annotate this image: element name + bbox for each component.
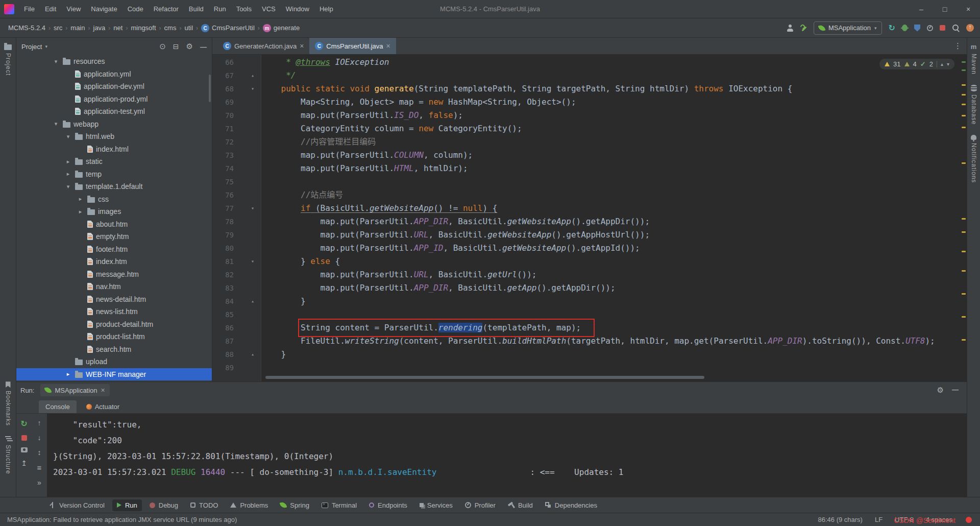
tree-item[interactable]: index.html (16, 143, 212, 156)
tool-button-version-control[interactable]: Version Control (45, 499, 109, 511)
menu-refactor[interactable]: Refactor (149, 3, 183, 15)
tool-button-problems[interactable]: Problems (226, 499, 273, 511)
more-icon[interactable] (37, 479, 41, 487)
breadcrumb-item[interactable]: generate (261, 23, 302, 33)
project-view-selector[interactable]: Project ▾ (21, 43, 47, 51)
stop-red-icon[interactable] (21, 435, 27, 441)
console-output[interactable]: "result":true, "code":200}(String), 2023… (47, 414, 967, 497)
rerun-icon[interactable] (889, 23, 895, 33)
tab-close-icon[interactable] (300, 42, 304, 50)
tree-item[interactable]: ▸images (16, 205, 212, 218)
code-editor[interactable]: 66 * @throws IOException67▴ */68▾ public… (212, 55, 967, 381)
tool-button-build[interactable]: Build (503, 499, 537, 511)
error-stripe[interactable] (961, 55, 967, 381)
tree-item[interactable]: news-detail.htm (16, 293, 212, 306)
breadcrumb-item[interactable]: CmsParserUtil (199, 23, 257, 33)
menu-navigate[interactable]: Navigate (86, 3, 121, 15)
tree-item[interactable]: ▸temp (16, 168, 212, 181)
tree-item[interactable]: ▸css (16, 193, 212, 206)
tab-console[interactable]: Console (39, 400, 77, 413)
tree-item[interactable]: application.yml (16, 68, 212, 81)
menu-tools[interactable]: Tools (232, 3, 256, 15)
tool-button-run[interactable]: Run (112, 499, 142, 511)
status-item[interactable]: 86:46 (9 chars) (818, 516, 863, 523)
tool-button-debug[interactable]: Debug (145, 499, 183, 511)
breadcrumb-item[interactable]: net (111, 23, 125, 33)
tree-item[interactable]: ▸static (16, 155, 212, 168)
breadcrumb-item[interactable]: src (52, 23, 64, 33)
status-item[interactable]: LF (875, 516, 883, 523)
tree-item[interactable]: search.htm (16, 343, 212, 356)
tool-button-services[interactable]: Services (415, 499, 457, 511)
up-icon[interactable] (38, 419, 41, 427)
tree-item[interactable]: ▾html.web (16, 130, 212, 143)
breadcrumb-item[interactable]: main (68, 23, 87, 33)
export-icon[interactable] (21, 459, 27, 467)
tool-button-notifications[interactable]: Notifications (970, 130, 977, 188)
menu-run[interactable]: Run (209, 3, 231, 15)
tree-item[interactable]: upload (16, 355, 212, 368)
collapse-icon[interactable] (173, 42, 179, 51)
coverage-icon[interactable] (914, 25, 920, 32)
tool-button-profiler[interactable]: Profiler (460, 499, 500, 511)
tree-item[interactable]: nav.htm (16, 280, 212, 293)
next-issue-icon[interactable]: ▾ (947, 61, 949, 67)
tool-button-database[interactable]: Database (970, 80, 977, 130)
tree-item[interactable]: empty.htm (16, 230, 212, 243)
down-icon[interactable] (38, 434, 41, 442)
tree-item[interactable]: ▸WEB-INF manager (16, 368, 212, 381)
rerun-green-icon[interactable] (20, 419, 27, 428)
tab-close-icon[interactable] (386, 42, 390, 50)
breadcrumb-item[interactable]: mingsoft (129, 23, 158, 33)
tree-item[interactable]: ▾webapp (16, 118, 212, 131)
tree-item[interactable]: application-prod.yml (16, 93, 212, 106)
close-button[interactable]: × (957, 0, 980, 18)
tool-button-maven[interactable]: Maven (970, 38, 977, 80)
menu-code[interactable]: Code (123, 3, 148, 15)
tree-item[interactable]: application-test.yml (16, 105, 212, 118)
locate-icon[interactable] (159, 42, 166, 51)
editor-tab[interactable]: GeneraterAction.java (217, 38, 309, 54)
tool-button-bookmarks[interactable]: Bookmarks (5, 376, 12, 431)
tool-button-project[interactable]: Project (4, 38, 12, 81)
breadcrumb-item[interactable]: cms (162, 23, 179, 33)
run-config-selector[interactable]: MSApplication ▾ (814, 21, 882, 35)
menu-view[interactable]: View (62, 3, 85, 15)
menu-file[interactable]: File (19, 3, 39, 15)
tree-item[interactable]: ▾resources (16, 55, 212, 68)
inspection-widget[interactable]: 31 4 2 ▴ ▾ (879, 59, 954, 69)
tree-item[interactable]: product-list.htm (16, 330, 212, 343)
tree-item[interactable]: ▾template.1.default (16, 180, 212, 193)
tree-item[interactable]: footer.htm (16, 243, 212, 256)
maximize-button[interactable]: □ (933, 0, 957, 18)
status-message[interactable]: MSApplication: Failed to retrieve applic… (7, 516, 237, 523)
tree-item[interactable]: message.htm (16, 268, 212, 281)
breadcrumb-item[interactable]: java (91, 23, 108, 33)
tool-button-dependencies[interactable]: Dependencies (541, 499, 602, 511)
prev-issue-icon[interactable]: ▴ (941, 61, 943, 67)
update-icon[interactable] (966, 24, 974, 32)
menu-help[interactable]: Help (315, 3, 338, 15)
stop-icon[interactable] (940, 25, 945, 31)
search-icon[interactable] (952, 24, 960, 32)
horizontal-scrollbar[interactable] (265, 376, 704, 379)
tool-button-todo[interactable]: TODO (186, 499, 223, 511)
menu-window[interactable]: Window (281, 3, 314, 15)
tool-button-endpoints[interactable]: Endpoints (364, 499, 412, 511)
breadcrumb-item[interactable]: util (182, 23, 195, 33)
tool-button-terminal[interactable]: Terminal (317, 499, 361, 511)
tool-button-spring[interactable]: Spring (276, 499, 314, 511)
user-icon[interactable] (787, 25, 794, 32)
run-config-tab[interactable]: MSApplication (40, 384, 109, 396)
debug-icon[interactable] (902, 25, 908, 31)
tree-item[interactable]: application-dev.yml (16, 80, 212, 93)
menu-vcs[interactable]: VCS (257, 3, 280, 15)
tabs-more-button[interactable] (949, 38, 967, 54)
tree-item[interactable]: product-detail.htm (16, 318, 212, 331)
menu-edit[interactable]: Edit (40, 3, 61, 15)
minimize-button[interactable]: – (910, 0, 933, 18)
hide-icon[interactable] (200, 43, 207, 51)
tree-item[interactable]: about.htm (16, 218, 212, 231)
settings-icon[interactable] (937, 386, 944, 395)
project-scrollbar[interactable] (209, 75, 211, 102)
